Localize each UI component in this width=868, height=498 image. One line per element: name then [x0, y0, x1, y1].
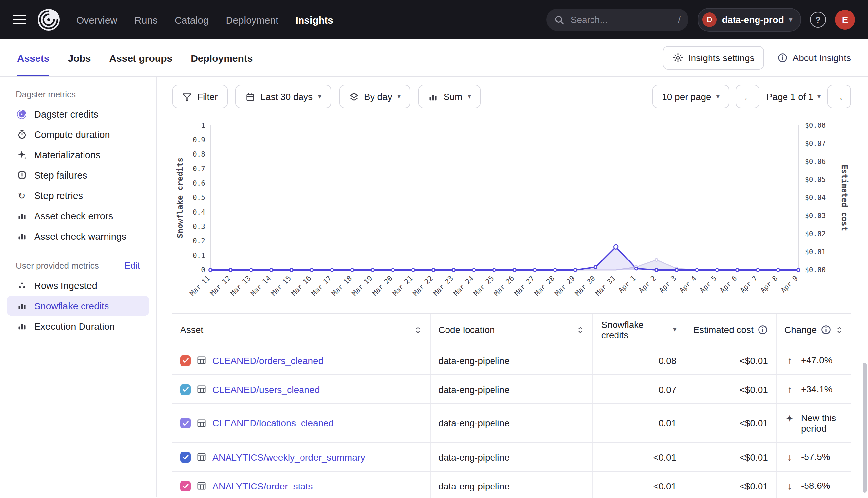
chevron-down-icon: ▾ — [318, 93, 321, 100]
sidebar-item-asset-check-errors[interactable]: Asset check errors — [7, 206, 149, 226]
code-location-cell: data-eng-pipeline — [430, 471, 593, 498]
svg-text:$0.01: $0.01 — [805, 248, 826, 256]
tab-asset-groups[interactable]: Asset groups — [109, 39, 172, 76]
toolbar: Filter Last 30 days ▾ By day ▾ Sum ▾ — [172, 85, 851, 108]
bar-chart-icon — [429, 92, 438, 102]
search-box[interactable]: / — [547, 9, 689, 31]
asset-link[interactable]: ANALYTICS/weekly_order_summary — [213, 452, 365, 462]
edit-metrics-link[interactable]: Edit — [124, 260, 140, 271]
svg-text:Mar 26: Mar 26 — [493, 274, 516, 298]
prev-page-button[interactable]: ← — [736, 85, 760, 108]
help-icon[interactable]: ? — [810, 12, 826, 28]
grid-table-icon — [196, 452, 206, 462]
dagster-metrics-list: Dagster credits Compute duration Materia… — [0, 104, 156, 246]
aggregation-select[interactable]: Sum ▾ — [419, 85, 481, 108]
chevron-down-icon: ▾ — [817, 93, 821, 100]
column-change[interactable]: Change — [776, 314, 851, 346]
info-icon[interactable] — [757, 325, 768, 335]
row-checkbox[interactable] — [180, 481, 191, 491]
primary-nav: OverviewRunsCatalogDeploymentInsights — [76, 14, 333, 25]
svg-text:Mar 13: Mar 13 — [229, 274, 252, 298]
scrollbar[interactable] — [863, 363, 867, 493]
info-icon[interactable] — [821, 325, 831, 335]
column-estimated-cost[interactable]: Estimated cost — [685, 314, 776, 346]
nav-catalog[interactable]: Catalog — [175, 14, 208, 25]
nav-insights[interactable]: Insights — [296, 14, 333, 25]
sparkle-icon — [16, 150, 28, 160]
column-code-location[interactable]: Code location — [430, 314, 593, 346]
svg-text:Mar 28: Mar 28 — [533, 274, 556, 298]
per-page-select[interactable]: 10 per page ▾ — [652, 85, 730, 108]
layers-icon — [349, 92, 359, 102]
top-nav: OverviewRunsCatalogDeploymentInsights / … — [0, 0, 868, 39]
svg-text:Mar 11: Mar 11 — [188, 274, 212, 298]
nav-overview[interactable]: Overview — [76, 14, 117, 25]
asset-link[interactable]: CLEANED/orders_cleaned — [213, 355, 323, 366]
page-indicator[interactable]: Page 1 of 1 ▾ — [766, 91, 821, 102]
deployment-switcher[interactable]: D data-eng-prod ▾ — [698, 8, 801, 31]
filter-button[interactable]: Filter — [172, 85, 228, 108]
svg-text:0.2: 0.2 — [193, 237, 205, 245]
sidebar-item-compute-duration[interactable]: Compute duration — [7, 124, 149, 145]
cost-cell: <$0.01 — [685, 404, 776, 443]
sidebar-item-step-failures[interactable]: Step failures — [7, 165, 149, 185]
column-snowflake-credits[interactable]: Snowflake credits▾ — [593, 314, 685, 346]
sidebar-item-label: Step retries — [34, 190, 83, 201]
sidebar-item-rows-ingested[interactable]: Rows Ingested — [7, 275, 149, 296]
sort-icon[interactable] — [576, 325, 585, 335]
credits-cell: 0.08 — [593, 346, 685, 375]
credits-chart: 00.10.20.30.40.50.60.70.80.91$0.00$0.01$… — [172, 120, 851, 311]
about-insights-link[interactable]: About Insights — [778, 53, 851, 63]
sidebar-item-label: Step failures — [34, 170, 87, 180]
nav-runs[interactable]: Runs — [135, 14, 157, 25]
tab-deployments[interactable]: Deployments — [191, 39, 253, 76]
dagster-metrics-label: Dagster metrics — [16, 89, 76, 99]
row-checkbox[interactable] — [180, 452, 191, 462]
arrow-up-icon: ↑ — [784, 355, 795, 366]
svg-text:Mar 17: Mar 17 — [310, 274, 333, 298]
sidebar-item-snowflake-credits[interactable]: Snowflake credits — [7, 296, 149, 316]
sort-icon[interactable] — [835, 325, 844, 335]
deployment-badge: D — [702, 12, 717, 27]
subnav-actions: Insights settings About Insights — [663, 39, 851, 76]
asset-link[interactable]: CLEANED/locations_cleaned — [213, 418, 334, 428]
column-asset[interactable]: Asset — [172, 314, 430, 346]
tab-assets[interactable]: Assets — [17, 39, 49, 76]
svg-text:0.9: 0.9 — [193, 136, 205, 144]
svg-text:Mar 14: Mar 14 — [249, 274, 272, 298]
row-checkbox[interactable] — [180, 384, 191, 394]
sidebar-item-step-retries[interactable]: ↻ Step retries — [7, 185, 149, 206]
user-avatar[interactable]: E — [835, 10, 855, 29]
asset-link[interactable]: CLEANED/users_cleaned — [213, 384, 320, 394]
svg-text:Mar 12: Mar 12 — [209, 274, 232, 298]
deployment-name: data-eng-prod — [722, 14, 784, 25]
nav-deployment[interactable]: Deployment — [226, 14, 279, 25]
sidebar-item-execution-duration[interactable]: Execution Duration — [7, 316, 149, 336]
sidebar-item-dagster-credits[interactable]: Dagster credits — [7, 104, 149, 124]
user-metrics-label: User provided metrics — [16, 261, 99, 270]
main-content: Filter Last 30 days ▾ By day ▾ Sum ▾ — [156, 77, 868, 497]
asset-link[interactable]: ANALYTICS/order_stats — [213, 481, 313, 491]
svg-text:Mar 19: Mar 19 — [350, 274, 374, 298]
date-range-select[interactable]: Last 30 days ▾ — [235, 85, 331, 108]
svg-text:Mar 31: Mar 31 — [594, 274, 617, 298]
svg-text:Apr 3: Apr 3 — [658, 274, 678, 294]
funnel-icon — [182, 92, 192, 102]
bar-chart-icon — [16, 211, 28, 221]
sidebar-item-materializations[interactable]: Materializations — [7, 145, 149, 165]
granularity-select[interactable]: By day ▾ — [339, 85, 411, 108]
insights-tabs: AssetsJobsAsset groupsDeployments — [17, 39, 253, 76]
row-checkbox[interactable] — [180, 418, 191, 428]
sidebar-item-asset-check-warnings[interactable]: Asset check warnings — [7, 226, 149, 246]
sort-icon[interactable] — [413, 325, 422, 335]
insights-settings-button[interactable]: Insights settings — [663, 46, 764, 70]
next-page-button[interactable]: → — [827, 85, 851, 108]
dagster-logo[interactable] — [37, 8, 61, 31]
chevron-down-icon: ▾ — [673, 327, 676, 333]
row-checkbox[interactable] — [180, 355, 191, 366]
svg-text:$0.00: $0.00 — [805, 266, 826, 274]
tab-jobs[interactable]: Jobs — [68, 39, 91, 76]
search-input[interactable] — [570, 14, 673, 26]
menu-icon[interactable] — [13, 15, 26, 24]
sidebar-item-label: Execution Duration — [34, 321, 115, 331]
